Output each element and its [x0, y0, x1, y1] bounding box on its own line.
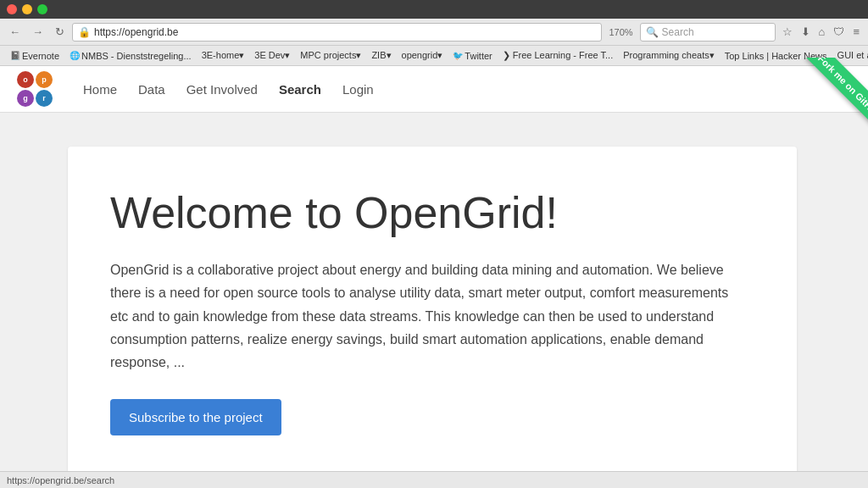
bookmark-opengrid[interactable]: opengrid▾ [398, 48, 447, 63]
welcome-title: Welcome to OpenGrid! [110, 189, 746, 237]
fork-ribbon-text: Fork me on GitHub [806, 58, 868, 130]
bookmark-label: Evernote [22, 51, 59, 61]
site-nav-bar: o p g r Home Data Get Involved Search Lo… [0, 66, 868, 113]
bookmark-label: MPC projects▾ [300, 50, 361, 61]
nav-link-login[interactable]: Login [342, 82, 374, 97]
bookmark-nmbs[interactable]: 🌐 NMBS - Dienststregeling... [66, 49, 195, 63]
content-card: Welcome to OpenGrid! OpenGrid is a colla… [68, 147, 797, 478]
minimize-dot[interactable] [22, 4, 32, 14]
nav-link-search[interactable]: Search [279, 82, 321, 97]
nav-link-home[interactable]: Home [83, 82, 117, 97]
browser-toolbar: ← → ↻ 🔒 https://opengrid.be 170% 🔍 Searc… [0, 19, 868, 46]
reload-button[interactable]: ↻ [51, 24, 69, 40]
back-button[interactable]: ← [5, 24, 25, 40]
twitter-icon: 🐦 [453, 51, 463, 60]
main-content: Welcome to OpenGrid! OpenGrid is a colla… [0, 113, 868, 488]
bookmark-progcheats[interactable]: Programming cheats▾ [620, 48, 718, 63]
bookmark-3ehome[interactable]: 3E-home▾ [198, 48, 248, 63]
bookmark-mpc[interactable]: MPC projects▾ [297, 48, 364, 63]
title-bar [0, 0, 868, 19]
bookmark-label: Programming cheats▾ [623, 50, 715, 61]
nav-links: Home Data Get Involved Search Login [83, 82, 374, 97]
bookmark-label: 3E-home▾ [202, 50, 245, 61]
logo-cell-p: p [36, 71, 53, 88]
lock-icon: 🔒 [78, 26, 91, 38]
bookmark-label: ZIB▾ [371, 50, 391, 61]
bookmark-label: NMBS - Dienststregeling... [81, 51, 192, 61]
bookmark-icon: 🌐 [70, 51, 80, 60]
bookmark-label: 3E Dev▾ [254, 50, 290, 61]
search-placeholder: Search [662, 26, 694, 38]
logo-cell-o: o [17, 71, 34, 88]
address-bar[interactable]: 🔒 https://opengrid.be [72, 23, 602, 42]
home-icon[interactable]: ⌂ [815, 24, 829, 40]
browser-search-box[interactable]: 🔍 Search [640, 23, 776, 42]
star-icon[interactable]: ☆ [779, 24, 796, 40]
bookmark-evernote[interactable]: 📓 Evernote [7, 49, 63, 63]
search-icon: 🔍 [646, 26, 659, 38]
site-logo[interactable]: o p g r [17, 71, 58, 107]
zoom-level: 170% [605, 27, 636, 37]
bookmark-icon: 📓 [10, 51, 20, 60]
url-text: https://opengrid.be [94, 26, 596, 38]
fork-ribbon[interactable]: Fork me on GitHub [783, 58, 868, 151]
status-bar: https://opengrid.be/search [0, 471, 868, 488]
welcome-description: OpenGrid is a collaborative project abou… [110, 258, 746, 374]
bookmark-label: opengrid▾ [402, 50, 443, 61]
close-dot[interactable] [7, 4, 17, 14]
bookmark-freelearning[interactable]: ❯ Free Learning - Free T... [499, 48, 616, 63]
bookmark-zib[interactable]: ZIB▾ [368, 48, 394, 63]
nav-link-data[interactable]: Data [138, 82, 165, 97]
menu-icon[interactable]: ≡ [849, 24, 863, 40]
bookmarks-bar: 📓 Evernote 🌐 NMBS - Dienststregeling... … [0, 46, 868, 66]
bookmark-3edev[interactable]: 3E Dev▾ [251, 48, 293, 63]
toolbar-icons: ☆ ⬇ ⌂ 🛡 ≡ [779, 24, 863, 40]
bookmark-label: ❯ Free Learning - Free T... [503, 50, 613, 61]
subscribe-button[interactable]: Subscribe to the project [110, 399, 281, 435]
download-icon[interactable]: ⬇ [798, 24, 814, 40]
logo-cell-g: g [17, 90, 34, 107]
maximize-dot[interactable] [37, 4, 47, 14]
forward-button[interactable]: → [28, 24, 47, 40]
logo-grid: o p g r [17, 71, 53, 107]
bookmark-label: Twitter [465, 51, 492, 61]
logo-cell-r: r [36, 90, 53, 107]
status-url: https://opengrid.be/search [7, 475, 114, 485]
bookmark-twitter[interactable]: 🐦 Twitter [449, 49, 495, 63]
shield-icon[interactable]: 🛡 [830, 24, 848, 40]
nav-link-get-involved[interactable]: Get Involved [186, 82, 258, 97]
